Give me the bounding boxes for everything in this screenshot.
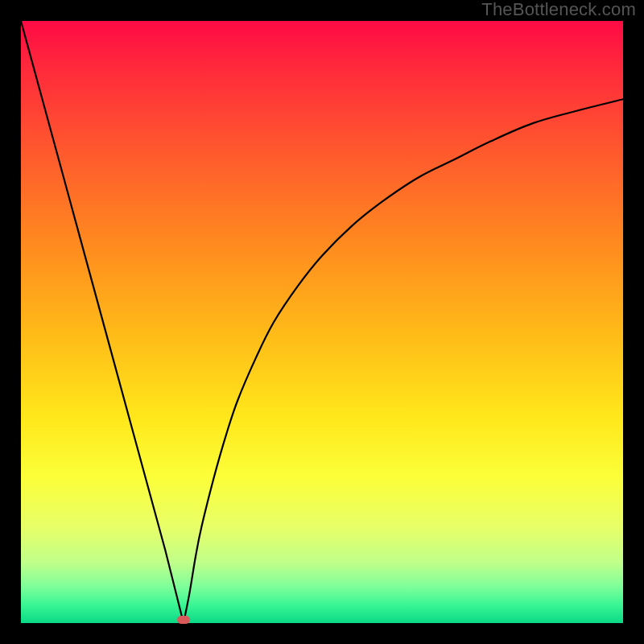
bottleneck-curve — [21, 21, 623, 623]
watermark-text: TheBottleneck.com — [481, 0, 636, 20]
plot-area — [21, 21, 623, 623]
optimal-marker — [177, 616, 190, 624]
curve-svg — [21, 21, 623, 623]
chart-frame: TheBottleneck.com — [0, 0, 644, 644]
